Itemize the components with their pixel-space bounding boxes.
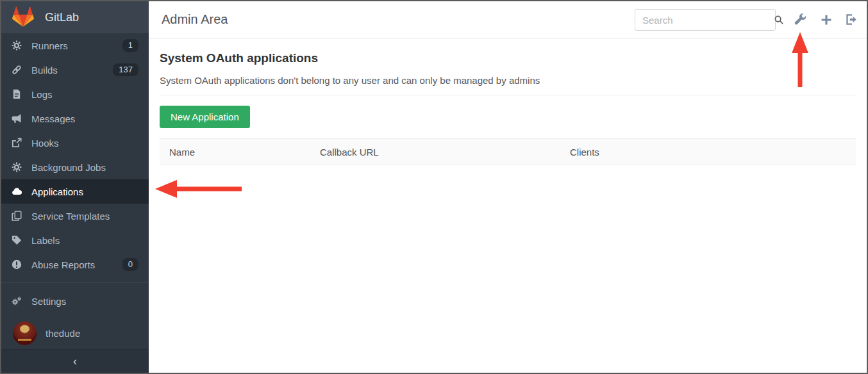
- sidebar-divider: [1, 282, 149, 283]
- sidebar-item-label: Messages: [31, 113, 75, 124]
- cloud-icon: [12, 186, 22, 197]
- sidebar-item-abuse-reports[interactable]: Abuse Reports 0: [1, 252, 149, 277]
- sidebar-item-label: Background Jobs: [31, 162, 106, 173]
- chevron-left-icon: ‹: [73, 355, 77, 368]
- sign-out-icon[interactable]: [846, 13, 858, 26]
- sidebar-item-label: Service Templates: [31, 211, 110, 222]
- sidebar-header[interactable]: GitLab: [1, 1, 149, 33]
- new-plus-icon[interactable]: [820, 13, 832, 26]
- admin-wrench-icon[interactable]: [794, 13, 806, 26]
- search-box: [635, 9, 776, 31]
- chain-link-icon: [12, 65, 22, 75]
- copy-icon: [12, 211, 22, 221]
- sidebar-item-settings[interactable]: Settings: [1, 289, 149, 313]
- sidebar-item-label: Hooks: [31, 138, 59, 149]
- user-name: thedude: [46, 328, 80, 339]
- search-icon[interactable]: [774, 15, 784, 25]
- sidebar-item-messages[interactable]: Messages: [1, 106, 149, 131]
- sidebar-user-profile[interactable]: thedude: [1, 316, 149, 350]
- gitlab-admin-window: GitLab Runners 1 Builds 137: [0, 0, 868, 374]
- external-link-icon: [12, 138, 22, 148]
- section-divider: [160, 95, 856, 95]
- topbar-icon-group: [794, 1, 858, 38]
- sidebar-item-label: Runners: [31, 40, 68, 51]
- section-heading: System OAuth applications: [160, 51, 856, 65]
- sidebar-item-label: Applications: [31, 186, 83, 197]
- sidebar-item-hooks[interactable]: Hooks: [1, 131, 149, 155]
- user-avatar: [13, 321, 37, 345]
- topbar: Admin Area: [149, 1, 867, 38]
- sidebar-item-label: Labels: [31, 235, 60, 246]
- search-input[interactable]: [635, 15, 774, 26]
- sidebar-item-label: Logs: [31, 89, 53, 100]
- page-title: Admin Area: [162, 1, 228, 38]
- bullhorn-icon: [12, 113, 22, 124]
- sidebar-item-applications[interactable]: Applications: [1, 179, 149, 204]
- sidebar-collapse-button[interactable]: ‹: [1, 349, 149, 373]
- applications-table-header: Name Callback URL Clients: [160, 138, 856, 165]
- cog-icon: [12, 162, 22, 172]
- runners-count-badge: 1: [122, 39, 138, 52]
- main-content: System OAuth applications System OAuth a…: [149, 38, 867, 373]
- sidebar-item-label: Abuse Reports: [31, 259, 95, 270]
- sidebar-item-background-jobs[interactable]: Background Jobs: [1, 155, 149, 179]
- sidebar-nav: Runners 1 Builds 137 Logs Me: [1, 33, 149, 350]
- sidebar-item-builds[interactable]: Builds 137: [1, 58, 149, 82]
- section-description: System OAuth applications don't belong t…: [160, 75, 856, 86]
- file-text-icon: [12, 89, 22, 99]
- gitlab-tanuki-logo-icon: [12, 6, 35, 28]
- exclamation-circle-icon: [12, 259, 22, 270]
- sidebar: GitLab Runners 1 Builds 137: [1, 1, 149, 373]
- sidebar-item-logs[interactable]: Logs: [1, 82, 149, 106]
- logo-text: GitLab: [45, 11, 79, 24]
- tag-icon: [12, 235, 22, 245]
- sidebar-item-labels[interactable]: Labels: [1, 228, 149, 252]
- column-header-clients: Clients: [560, 147, 856, 158]
- sidebar-item-label: Builds: [31, 65, 58, 76]
- cog-icon: [12, 40, 22, 51]
- cogs-icon: [12, 296, 22, 306]
- new-application-button[interactable]: New Application: [160, 106, 250, 128]
- sidebar-item-label: Settings: [31, 296, 66, 307]
- sidebar-item-service-templates[interactable]: Service Templates: [1, 204, 149, 228]
- column-header-callback-url: Callback URL: [310, 147, 560, 158]
- sidebar-item-runners[interactable]: Runners 1: [1, 33, 149, 58]
- column-header-name: Name: [160, 147, 310, 158]
- abuse-reports-count-badge: 0: [122, 258, 138, 271]
- builds-count-badge: 137: [113, 63, 138, 76]
